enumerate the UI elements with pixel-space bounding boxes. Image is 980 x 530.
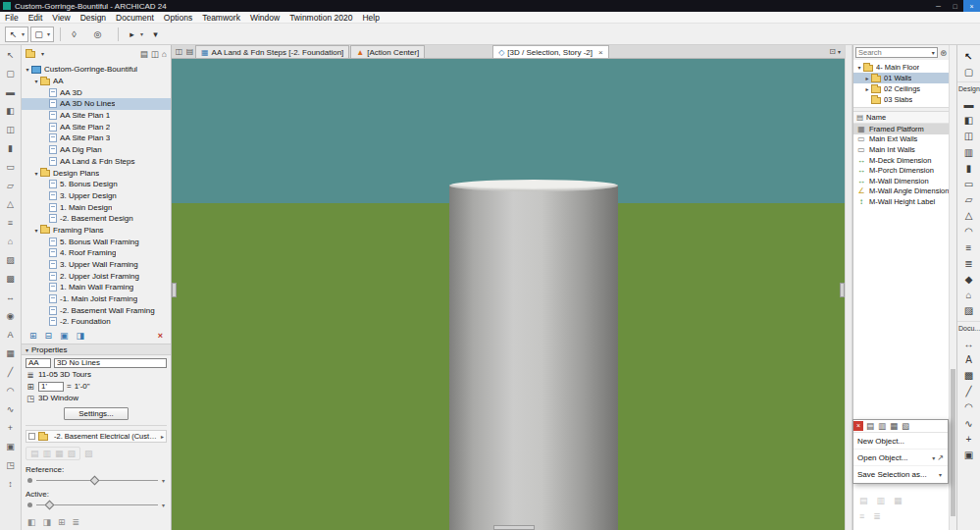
menu-item[interactable]: Teamwork	[197, 13, 245, 23]
toolbox-section-design[interactable]: Design	[957, 81, 980, 94]
window-tool-icon[interactable]: ◫	[959, 129, 979, 144]
hotlink-row[interactable]: -2. Basement Electrical (Custom-Gorrin..…	[26, 430, 167, 443]
list-item[interactable]: ▭ Main Int Walls	[853, 144, 949, 155]
list-item[interactable]: ∠ M-Wall Angle Dimension	[853, 186, 949, 197]
tree-item[interactable]: 2. Upper Joist Framing	[22, 270, 171, 282]
bottom-tool-icon[interactable]: ◨	[43, 517, 52, 527]
tree-item[interactable]: ▾ Framing Plans	[22, 225, 171, 237]
new-library-part-icon[interactable]: ▤	[866, 421, 874, 431]
chevron-down-icon[interactable]: ▾	[162, 502, 165, 508]
chevron-down-icon[interactable]: ▾	[20, 30, 26, 37]
settings-button[interactable]: Settings...	[64, 407, 129, 420]
layer-combination-value[interactable]: 11-05 3D Tours	[38, 370, 91, 379]
chevron-down-icon[interactable]: ▾	[45, 30, 52, 37]
bottom-tool-icon[interactable]: ⊞	[58, 517, 66, 527]
left-scroll-nub[interactable]	[172, 283, 177, 297]
toolbox-section-document[interactable]: Docu...	[957, 321, 980, 334]
menu-item[interactable]: Edit	[24, 13, 48, 23]
chevron-down-icon[interactable]: ▾	[162, 477, 165, 484]
object-icon[interactable]: ⌂	[3, 234, 19, 248]
line-tool-icon[interactable]: ╱	[959, 384, 979, 399]
chevron-right-icon[interactable]: ▸	[161, 433, 164, 440]
cylinder-top-face[interactable]	[449, 180, 618, 191]
arc-icon[interactable]: ◠	[3, 383, 19, 398]
tree-expand-caret[interactable]: ▾	[32, 78, 40, 84]
fill-tool-icon[interactable]: ▩	[959, 367, 979, 383]
bottom-scroll-nub[interactable]	[493, 525, 535, 530]
tab-overview-button[interactable]: ⊡ ▾	[829, 47, 841, 58]
3d-viewport[interactable]	[172, 59, 845, 530]
arrow-tool-icon[interactable]: ↖	[959, 48, 979, 64]
view-id-field[interactable]: AA	[26, 358, 51, 368]
stair-tool-icon[interactable]: ≡	[959, 239, 979, 255]
tree-expand-caret[interactable]: ▾	[32, 170, 40, 177]
tree-expand-caret[interactable]: ▾	[855, 64, 863, 71]
menu-item[interactable]: Window	[245, 13, 284, 23]
scale-value[interactable]: 1'-0"	[75, 382, 90, 391]
right-scroll-nub[interactable]	[840, 283, 845, 297]
shell-tool-icon[interactable]: ◠	[959, 224, 979, 239]
bottom-tool-icon[interactable]: ≣	[73, 517, 80, 527]
clone-folder-button[interactable]: ⊟	[45, 331, 53, 341]
tree-item[interactable]: -2. Foundation	[22, 316, 171, 328]
door-tool-icon[interactable]: ◧	[959, 113, 979, 129]
explore-tool[interactable]: ▸ ▾	[125, 26, 146, 42]
menu-item[interactable]: Design	[76, 13, 111, 23]
orbit-tool[interactable]: ◎	[90, 26, 112, 42]
mesh-icon[interactable]: ▩	[3, 271, 19, 286]
beam-tool-icon[interactable]: ▭	[959, 176, 979, 191]
separator-2[interactable]	[118, 27, 119, 41]
tree-item[interactable]: 3. Upper Wall Framing	[22, 259, 171, 271]
column-icon[interactable]: ▮	[3, 140, 19, 155]
viewport-scrollbar[interactable]	[845, 45, 852, 530]
marquee-icon[interactable]: ▢	[3, 66, 19, 80]
tree-item[interactable]: AA Dig Plan	[22, 144, 171, 156]
arrow-tool[interactable]: ↖ ▾	[5, 26, 28, 42]
tree-item[interactable]: -2. Basement Design	[22, 213, 171, 225]
text-icon[interactable]: A	[3, 327, 19, 342]
tree-expand-caret[interactable]: ▸	[863, 75, 871, 81]
close-palette-button[interactable]: ×	[853, 421, 863, 431]
chevron-down-icon[interactable]: ▾	[939, 471, 942, 478]
chevron-down-icon[interactable]: ▾	[932, 454, 935, 461]
dimension-tool-icon[interactable]: ↔	[959, 336, 979, 351]
window-icon[interactable]: ◫	[3, 122, 19, 136]
tree-expand-caret[interactable]: ▸	[863, 85, 871, 92]
curtain-wall-tool-icon[interactable]: ▥	[959, 144, 979, 160]
tree-item[interactable]: 1. Main Wall Framing	[22, 282, 171, 293]
chevron-down-icon[interactable]: ▾	[41, 50, 44, 57]
wall-icon[interactable]: ▬	[3, 84, 19, 99]
list-item[interactable]: ↔ M-Wall Dimension	[853, 176, 949, 186]
list-item[interactable]: ▭ Main Ext Walls	[853, 134, 949, 145]
line-icon[interactable]: ╱	[3, 364, 19, 379]
tree-item[interactable]: 5. Bonus Design	[22, 179, 171, 190]
story-tree-item[interactable]: 03 Slabs	[853, 94, 949, 105]
column-tool-icon[interactable]: ▮	[959, 160, 979, 176]
text-tool-icon[interactable]: A	[959, 351, 979, 367]
marquee-tool-icon[interactable]: ▢	[959, 64, 979, 80]
close-tab-icon[interactable]: ×	[598, 48, 603, 57]
roof-icon[interactable]: △	[3, 196, 19, 211]
arrow-icon[interactable]: ↖	[3, 47, 19, 62]
close-button[interactable]: ×	[963, 0, 980, 12]
zone-tool-icon[interactable]: ▨	[959, 303, 979, 319]
tree-item[interactable]: 1. Main Design	[22, 201, 171, 213]
menu-item[interactable]: Save Selection as... ▾	[853, 466, 948, 483]
view-map-icon[interactable]: ◫	[151, 49, 159, 59]
beam-icon[interactable]: ▭	[3, 159, 19, 174]
list-header[interactable]: ▤ Name	[853, 112, 949, 124]
story-tree-item[interactable]: ▸ 01 Walls	[853, 73, 949, 83]
arc-tool-icon[interactable]: ◠	[959, 399, 979, 415]
slider-track[interactable]	[36, 480, 158, 481]
menu-item[interactable]: New Object...	[853, 433, 948, 450]
list-item[interactable]: ↕ M-Wall Height Label	[853, 196, 949, 207]
cylinder-body[interactable]	[449, 186, 618, 530]
object-tool-icon[interactable]: ⌂	[959, 288, 979, 303]
separator-1[interactable]	[60, 27, 61, 41]
railing-tool-icon[interactable]: ≣	[959, 255, 979, 271]
tree-expand-caret[interactable]: ▾	[32, 227, 40, 234]
marquee-tool[interactable]: ▢ ▾	[30, 26, 54, 42]
story-tree-item[interactable]: ▾ 4- Main Floor	[853, 62, 949, 73]
save-view-button[interactable]: ▣	[60, 331, 69, 341]
door-icon[interactable]: ◧	[3, 103, 19, 118]
